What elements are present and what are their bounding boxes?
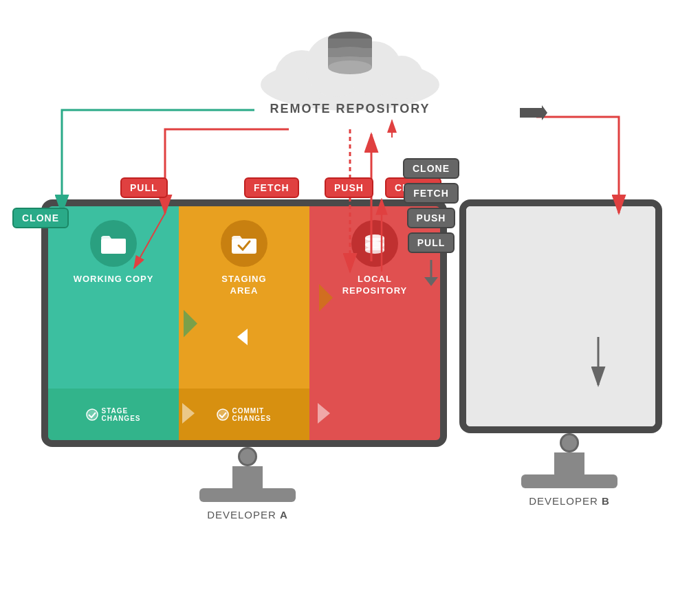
cloud-shape <box>261 32 439 111</box>
staging-area-label: STAGINGAREA <box>221 274 266 297</box>
staging-icon <box>221 220 267 267</box>
badge-clone-left: CLONE <box>12 208 69 228</box>
svg-point-9 <box>328 32 372 45</box>
stage-changes-label: STAGECHANGES <box>101 407 140 422</box>
monitor-a: WORKING COPY STAGECHANGES <box>41 199 454 495</box>
svg-point-7 <box>347 41 402 96</box>
commit-changes-label: COMMITCHANGES <box>232 407 271 422</box>
badge-b-push: PUSH <box>407 208 456 228</box>
svg-point-36 <box>365 247 384 254</box>
svg-rect-28 <box>232 239 256 252</box>
badge-b-fetch: FETCH <box>404 183 459 204</box>
commit-icon <box>217 408 229 421</box>
svg-rect-14 <box>328 57 372 67</box>
svg-point-13 <box>328 56 372 70</box>
svg-point-24 <box>87 409 98 420</box>
badge-push: PUSH <box>325 177 373 198</box>
badge-b-clone: CLONE <box>403 158 459 179</box>
working-copy-area: WORKING COPY STAGECHANGES <box>48 206 179 440</box>
dev-b-badges: CLONE FETCH PUSH PULL <box>403 158 459 287</box>
developer-b-label: DEVELOPER B <box>529 495 610 507</box>
svg-point-8 <box>380 56 424 100</box>
svg-marker-25 <box>184 309 197 337</box>
badge-fetch: FETCH <box>244 177 299 198</box>
local-repo-icon <box>351 220 398 267</box>
diagram-container: REMOTE REPOSITORY <box>0 0 700 590</box>
stage-changes-area: STAGECHANGES <box>48 389 179 440</box>
flow-chevron-1 <box>182 403 197 424</box>
svg-marker-26 <box>182 403 195 424</box>
svg-point-11 <box>328 47 372 61</box>
svg-rect-10 <box>328 39 372 54</box>
svg-marker-38 <box>424 277 438 286</box>
svg-marker-30 <box>319 284 333 312</box>
dev-b-down-arrow <box>421 260 441 287</box>
chevron-1 <box>184 309 200 337</box>
svg-marker-20 <box>520 105 547 120</box>
svg-rect-12 <box>328 48 372 63</box>
chevron-2 <box>319 284 336 312</box>
stage-icon <box>86 408 98 421</box>
local-repo-label: LOCALREPOSITORY <box>342 274 408 297</box>
svg-marker-31 <box>318 403 330 424</box>
badge-pull: PULL <box>120 177 168 198</box>
developer-a-label: DEVELOPER A <box>207 509 288 521</box>
working-copy-label: WORKING COPY <box>74 274 154 285</box>
svg-rect-23 <box>101 239 126 252</box>
svg-point-29 <box>217 409 228 420</box>
working-copy-icon <box>90 220 137 267</box>
svg-point-6 <box>305 35 367 97</box>
monitor-b: DEVELOPER B <box>459 199 679 495</box>
arrow-to-remote <box>520 105 547 121</box>
badge-b-pull: PULL <box>408 232 455 253</box>
svg-point-15 <box>328 61 372 74</box>
svg-point-5 <box>274 50 329 105</box>
flow-chevron-2 <box>318 403 333 424</box>
remote-repo-label: REMOTE REPOSITORY <box>270 102 430 116</box>
